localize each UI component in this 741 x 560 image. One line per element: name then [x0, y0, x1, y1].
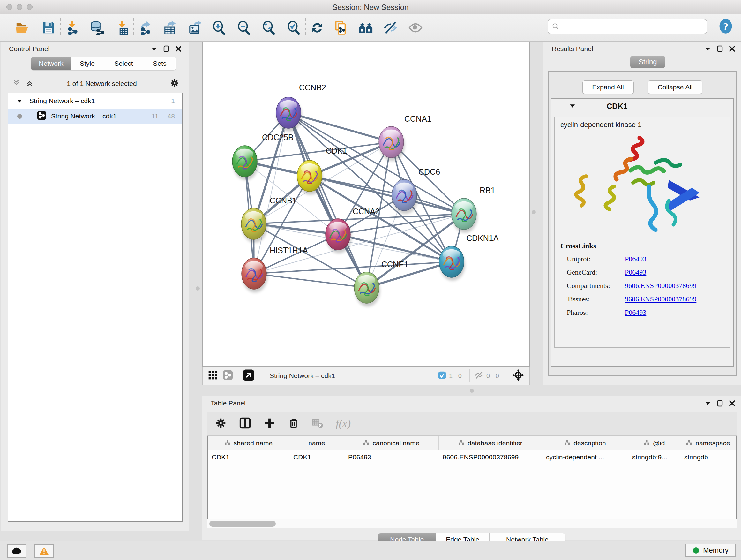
- table-cell[interactable]: stringdb: [680, 450, 736, 465]
- results-panel-float-icon[interactable]: [717, 45, 723, 52]
- import-network-from-database-icon[interactable]: [89, 19, 105, 36]
- delete-table-icon[interactable]: [312, 417, 324, 430]
- results-panel-close-icon[interactable]: [729, 46, 735, 52]
- network-row-selected[interactable]: String Network – cdk1 11 48: [8, 109, 182, 124]
- import-network-icon[interactable]: [64, 19, 80, 36]
- column-header-canonical-name[interactable]: canonical name: [344, 436, 439, 450]
- protein-structure-image: [573, 132, 711, 238]
- crosslink-link[interactable]: 9606.ENSP00000378699: [625, 295, 696, 303]
- expand-all-networks-icon[interactable]: [25, 79, 34, 88]
- crosslink-row: Uniprot:P06493: [560, 255, 696, 263]
- add-column-icon[interactable]: [264, 417, 276, 430]
- tab-select[interactable]: Select: [104, 57, 144, 70]
- save-session-icon[interactable]: [40, 19, 57, 36]
- export-table-icon[interactable]: [162, 19, 179, 36]
- tab-string[interactable]: String: [630, 56, 665, 68]
- show-columns-icon[interactable]: [239, 417, 252, 431]
- table-horizontal-scrollbar[interactable]: [207, 519, 737, 528]
- birdseye-view-icon[interactable]: [243, 369, 255, 382]
- show-all-icon[interactable]: [407, 19, 424, 36]
- network-graph[interactable]: CCNB2CCNA1CDC25BCDK1CDC6RB1CCNB1CCNA2CDK…: [203, 42, 529, 366]
- export-image-icon[interactable]: [187, 19, 204, 36]
- crosslink-link[interactable]: P06493: [625, 255, 646, 263]
- table-panel-splitter[interactable]: [202, 385, 741, 396]
- copy-style-icon[interactable]: [333, 19, 349, 36]
- selected-checkbox-icon[interactable]: [438, 371, 447, 381]
- string-home-icon[interactable]: [357, 19, 374, 36]
- crosslink-link[interactable]: P06493: [625, 268, 646, 276]
- left-splitter-handle[interactable]: [196, 287, 200, 291]
- network-collection-row[interactable]: String Network – cdk1 1: [8, 93, 182, 109]
- svg-text:CCNA1: CCNA1: [404, 114, 431, 123]
- search-input[interactable]: [559, 23, 700, 30]
- warning-icon: [39, 546, 50, 556]
- hidden-eye-icon[interactable]: [474, 370, 484, 381]
- hide-selected-icon[interactable]: [382, 19, 399, 36]
- table-cell[interactable]: 9606.ENSP00000378699: [439, 450, 542, 465]
- zoom-in-icon[interactable]: [211, 19, 227, 36]
- network-options-gear-icon[interactable]: [170, 78, 179, 89]
- network-overview-icon[interactable]: [222, 370, 233, 382]
- control-panel-float-icon[interactable]: [163, 45, 170, 52]
- zoom-fit-icon[interactable]: [260, 19, 277, 36]
- help-icon[interactable]: ?: [718, 18, 734, 36]
- column-header-description[interactable]: description: [542, 436, 628, 450]
- table-cell[interactable]: P06493: [344, 450, 439, 465]
- collection-expander-icon[interactable]: [17, 97, 22, 105]
- table-splitter-handle[interactable]: [470, 388, 474, 393]
- table-panel-close-icon[interactable]: [729, 400, 735, 407]
- warnings-button[interactable]: [35, 544, 54, 558]
- export-network-icon[interactable]: [137, 19, 154, 36]
- open-file-icon[interactable]: [14, 19, 30, 36]
- zoom-selected-icon[interactable]: [285, 19, 302, 36]
- tab-style[interactable]: Style: [71, 57, 104, 70]
- memory-label: Memory: [703, 546, 728, 555]
- network-view[interactable]: CCNB2CCNA1CDC25BCDK1CDC6RB1CCNB1CCNA2CDK…: [202, 42, 530, 367]
- table-panel-menu-icon[interactable]: [704, 401, 711, 406]
- apply-function-icon[interactable]: f(x): [336, 418, 351, 430]
- scrollbar-thumb[interactable]: [209, 521, 276, 527]
- zoom-out-icon[interactable]: [235, 19, 252, 36]
- collapse-all-button[interactable]: Collapse All: [648, 80, 703, 94]
- expand-all-button[interactable]: Expand All: [583, 80, 634, 94]
- table-panel: Table Panel f(x) shared namenamecanonica…: [202, 396, 741, 540]
- gene-expander-icon[interactable]: [569, 104, 576, 109]
- search-box[interactable]: [548, 19, 707, 34]
- control-panel-close-icon[interactable]: [175, 46, 182, 52]
- string-results-box: Expand All Collapse All CDK1 cyclin-depe…: [548, 71, 737, 376]
- import-table-icon[interactable]: [114, 19, 130, 36]
- results-panel-menu-icon[interactable]: [704, 47, 711, 51]
- crosslink-link[interactable]: 9606.ENSP00000378699: [625, 282, 696, 290]
- table-cell[interactable]: cyclin-dependent ...: [542, 450, 628, 465]
- svg-text:?: ?: [723, 21, 728, 32]
- column-header-shared-name[interactable]: shared name: [208, 436, 289, 450]
- table-cell[interactable]: CDK1: [289, 450, 344, 465]
- crosslink-link[interactable]: P06493: [625, 308, 646, 317]
- graph-node-CDKN1A: [439, 246, 465, 281]
- table-settings-gear-icon[interactable]: [215, 417, 226, 430]
- table-panel-float-icon[interactable]: [717, 400, 723, 407]
- gene-entry-header[interactable]: CDK1: [551, 99, 733, 114]
- cloud-status-button[interactable]: [7, 544, 26, 558]
- collapse-all-networks-icon[interactable]: [12, 79, 20, 88]
- memory-button[interactable]: Memory: [685, 544, 736, 557]
- column-header--id[interactable]: @id: [628, 436, 680, 450]
- control-panel: Control Panel Network Style Select Sets …: [1, 42, 189, 531]
- toolbar-separator: [207, 18, 207, 37]
- control-panel-menu-icon[interactable]: [151, 47, 157, 51]
- node-table-row[interactable]: CDK1CDK1P064939606.ENSP00000378699cyclin…: [208, 450, 736, 465]
- column-header-namespace[interactable]: namespace: [680, 436, 736, 450]
- tab-network[interactable]: Network: [31, 57, 71, 70]
- column-header-database-identifier[interactable]: database identifier: [439, 436, 542, 450]
- table-cell[interactable]: stringdb:9...: [628, 450, 680, 465]
- right-splitter-handle[interactable]: [532, 210, 536, 214]
- column-header-name[interactable]: name: [289, 436, 344, 450]
- pan-crosshair-icon[interactable]: [512, 368, 525, 383]
- column-type-icon: [224, 439, 230, 447]
- delete-column-icon[interactable]: [288, 417, 299, 430]
- tab-sets[interactable]: Sets: [144, 57, 175, 70]
- refresh-icon[interactable]: [309, 19, 326, 36]
- grid-view-icon[interactable]: [208, 370, 218, 381]
- node-table[interactable]: shared namenamecanonical namedatabase id…: [207, 436, 737, 519]
- table-cell[interactable]: CDK1: [208, 450, 289, 465]
